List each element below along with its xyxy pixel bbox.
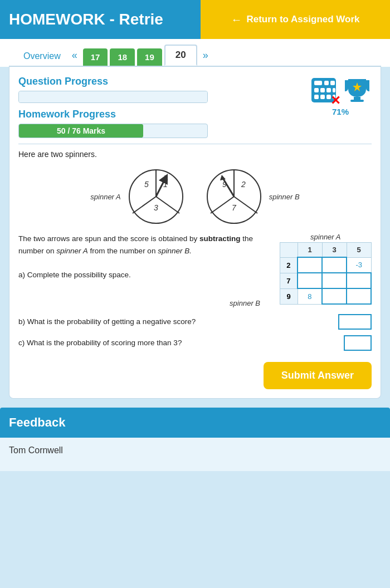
cell-input-7-3[interactable]	[325, 275, 344, 287]
sub-question-b-text: b) What is the probability of getting a …	[18, 316, 333, 327]
cell-2-1[interactable]	[298, 257, 322, 273]
marks-label: 50 / 76 Marks	[57, 126, 105, 135]
icons-area: ✕ 71%	[309, 76, 372, 116]
cell-7-5[interactable]	[347, 273, 371, 288]
tab-18[interactable]: 18	[110, 48, 135, 66]
cell-7-1[interactable]	[298, 273, 322, 288]
sub-questions: b) What is the probability of getting a …	[18, 314, 372, 351]
calc-trophy-row: ✕	[309, 76, 372, 105]
header-title: HOMEWORK - Retrie	[0, 0, 201, 39]
problem-text: The two arrows are spun and the score is…	[18, 233, 274, 305]
possibility-table-container: spinner A 1 3 5 2 -3	[280, 233, 372, 305]
svg-rect-8	[314, 95, 319, 99]
tab-nav-prev[interactable]: «	[69, 45, 81, 66]
return-btn-label: Return to Assigned Work	[246, 14, 359, 25]
progress-left: Question Progress Homework Progress 50 /…	[18, 76, 309, 138]
spinner-b-svg: 9 2 7	[203, 166, 265, 227]
cell-7-3[interactable]	[322, 273, 347, 288]
answer-box-b[interactable]	[338, 314, 372, 330]
table-row: 7	[280, 273, 371, 288]
svg-rect-5	[320, 88, 325, 92]
svg-rect-7	[333, 88, 335, 92]
spinner-a-label: spinner A	[90, 193, 120, 201]
col-header-1: 1	[298, 243, 322, 258]
svg-text:5: 5	[144, 180, 149, 189]
table-row: 2 -3	[280, 257, 371, 273]
svg-rect-6	[326, 88, 331, 92]
question-progress-title: Question Progress	[18, 76, 309, 87]
cell-2-3[interactable]	[322, 257, 347, 273]
answer-input-b[interactable]	[339, 315, 370, 329]
sub-question-c-text: c) What is the probability of scoring mo…	[18, 337, 338, 349]
problem-section: The two arrows are spun and the score is…	[18, 233, 372, 305]
cell-input-9-5[interactable]	[349, 290, 368, 302]
spinners-row: spinner A 5 1 3	[18, 166, 372, 227]
homework-progress-bar: 50 / 76 Marks	[18, 124, 208, 138]
svg-rect-1	[314, 81, 322, 85]
tab-20[interactable]: 20	[164, 45, 197, 66]
sub-question-c-row: c) What is the probability of scoring mo…	[18, 335, 372, 351]
sub-question-b-row: b) What is the probability of getting a …	[18, 314, 372, 330]
svg-rect-3	[330, 81, 335, 85]
possibility-table: 1 3 5 2 -3 7	[280, 242, 372, 305]
submit-row: Submit Answer	[18, 362, 372, 389]
submit-answer-button[interactable]: Submit Answer	[264, 362, 372, 389]
tab-overview[interactable]: Overview	[18, 47, 66, 66]
cell-input-7-5[interactable]	[349, 275, 368, 287]
percentage-text: 71%	[332, 107, 349, 116]
feedback-body: Tom Cornwell	[0, 438, 390, 471]
spinner-b-label: spinner B	[269, 193, 300, 201]
header: HOMEWORK - Retrie ← Return to Assigned W…	[0, 0, 390, 39]
feedback-section: Feedback Tom Cornwell	[0, 408, 390, 471]
spinner-a-svg: 5 1 3	[125, 166, 187, 227]
cell-9-5[interactable]	[347, 288, 371, 304]
cell-input-2-1[interactable]	[300, 259, 319, 271]
calc-x-mark: ✕	[330, 95, 340, 107]
col-header-5: 5	[347, 243, 371, 258]
svg-rect-9	[320, 95, 325, 99]
question-progress-bar	[18, 91, 208, 103]
svg-rect-13	[350, 100, 364, 102]
svg-rect-12	[354, 97, 360, 100]
return-to-assigned-work-button[interactable]: ← Return to Assigned Work	[201, 0, 390, 39]
arrow-left-icon: ←	[231, 13, 242, 26]
answer-box-c[interactable]	[344, 335, 372, 351]
svg-rect-4	[314, 88, 319, 92]
cell-input-2-3[interactable]	[325, 259, 344, 271]
svg-text:3: 3	[154, 203, 158, 212]
divider-1	[18, 144, 372, 144]
svg-text:7: 7	[232, 203, 237, 212]
tab-17[interactable]: 17	[83, 48, 108, 66]
table-row: 9 8	[280, 288, 371, 304]
main-content: Question Progress Homework Progress 50 /…	[9, 67, 381, 399]
tab-nav-next[interactable]: »	[199, 45, 212, 66]
cell-9-1: 8	[298, 288, 322, 304]
row-header-7: 7	[280, 273, 298, 288]
calculator-icon: ✕	[309, 76, 338, 105]
cell-input-7-1[interactable]	[300, 275, 319, 287]
feedback-header: Feedback	[0, 408, 390, 438]
table-spinner-a-header: spinner A	[280, 233, 372, 242]
answer-input-c[interactable]	[345, 336, 370, 350]
tab-19[interactable]: 19	[137, 48, 162, 66]
tabs-bar: Overview « 17 18 19 20 »	[9, 39, 381, 67]
col-header-3: 3	[322, 243, 347, 258]
homework-progress-title: Homework Progress	[18, 109, 309, 120]
svg-text:2: 2	[241, 180, 246, 189]
feedback-title: Feedback	[9, 415, 66, 429]
cell-2-5: -3	[347, 257, 371, 273]
svg-rect-2	[324, 81, 329, 85]
homework-progress-fill: 50 / 76 Marks	[19, 124, 143, 138]
row-header-2: 2	[280, 257, 298, 273]
row-header-9: 9	[280, 288, 298, 304]
cell-9-3[interactable]	[322, 288, 347, 304]
question-progress-fill	[19, 91, 207, 102]
feedback-name: Tom Cornwell	[9, 445, 63, 455]
trophy-icon	[343, 76, 372, 105]
table-spinner-b-label: spinner B	[230, 299, 260, 307]
question-intro: Here are two spinners.	[18, 149, 372, 160]
progress-section: Question Progress Homework Progress 50 /…	[18, 76, 372, 138]
cell-input-9-3[interactable]	[325, 290, 344, 302]
